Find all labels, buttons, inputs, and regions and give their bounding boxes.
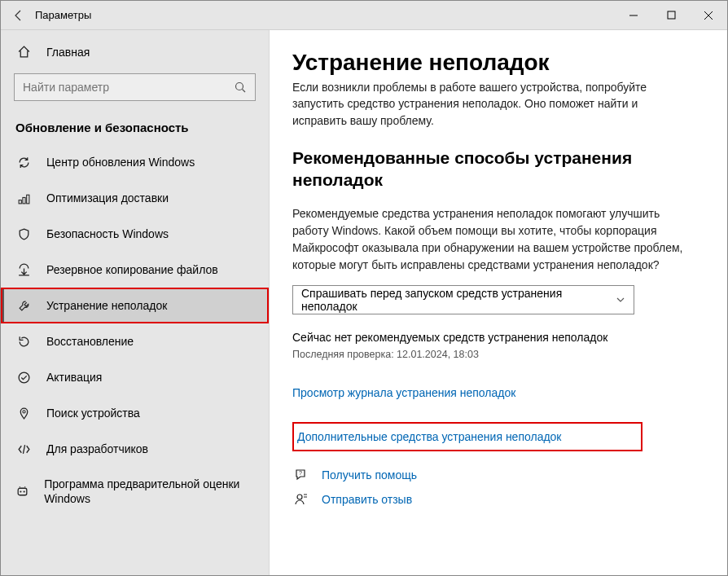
sidebar-item-label: Центр обновления Windows <box>32 155 195 169</box>
sync-icon <box>15 156 32 169</box>
sidebar-item-label: Резервное копирование файлов <box>32 262 218 277</box>
main-content: Устранение неполадок Если возникли пробл… <box>270 30 727 575</box>
history-link[interactable]: Просмотр журнала устранения неполадок <box>292 386 704 399</box>
sidebar-item-developers[interactable]: Для разработчиков <box>1 431 269 467</box>
search-input[interactable] <box>14 73 256 101</box>
home-label: Главная <box>32 46 90 59</box>
svg-line-3 <box>243 90 246 93</box>
svg-rect-4 <box>19 200 21 203</box>
dropdown-value: Спрашивать перед запуском средств устран… <box>301 287 616 313</box>
sidebar-item-label: Активация <box>32 370 102 385</box>
svg-text:?: ? <box>299 470 302 476</box>
page-title: Устранение неполадок <box>292 50 704 76</box>
svg-rect-1 <box>668 11 675 19</box>
check-circle-icon <box>15 371 32 385</box>
sidebar-item-label: Восстановление <box>32 334 134 349</box>
troubleshoot-preference-dropdown[interactable]: Спрашивать перед запуском средств устран… <box>292 285 634 314</box>
svg-point-13 <box>297 495 302 499</box>
shield-icon <box>15 227 32 241</box>
sidebar-item-backup[interactable]: Резервное копирование файлов <box>1 252 269 288</box>
sidebar-item-recovery[interactable]: Восстановление <box>1 323 269 359</box>
wrench-icon <box>15 299 32 313</box>
svg-point-7 <box>19 372 29 383</box>
close-button[interactable] <box>690 1 727 30</box>
feedback-label: Отправить отзыв <box>322 493 412 506</box>
sidebar-item-windows-security[interactable]: Безопасность Windows <box>1 216 269 252</box>
home-icon <box>15 45 32 59</box>
home-button[interactable]: Главная <box>1 37 269 67</box>
maximize-button[interactable] <box>652 1 690 30</box>
sidebar-group-title: Обновление и безопасность <box>1 114 269 144</box>
backup-icon <box>15 263 32 277</box>
delivery-icon <box>15 191 32 205</box>
svg-rect-9 <box>18 488 27 495</box>
help-label: Получить помощь <box>322 468 417 481</box>
status-text: Сейчас нет рекомендуемых средств устране… <box>292 331 704 344</box>
location-icon <box>15 407 32 420</box>
back-button[interactable] <box>7 9 30 22</box>
svg-point-11 <box>24 490 25 492</box>
intro-text: Если возникли проблемы в работе вашего у… <box>292 79 667 129</box>
window-title: Параметры <box>30 9 615 21</box>
sidebar-item-label: Для разработчиков <box>32 442 148 456</box>
search-icon <box>234 81 247 94</box>
sidebar-item-delivery-optimization[interactable]: Оптимизация доставки <box>1 180 269 216</box>
minimize-button[interactable] <box>615 1 652 30</box>
sidebar: Главная Обновление и безопасность Центр … <box>1 30 270 575</box>
sidebar-item-activation[interactable]: Активация <box>1 359 269 395</box>
sidebar-item-troubleshoot[interactable]: Устранение неполадок <box>1 288 269 323</box>
sidebar-item-label: Оптимизация доставки <box>32 191 169 205</box>
sidebar-item-label: Устранение неполадок <box>32 298 167 313</box>
sidebar-item-label: Программа предварительной оценки Windows <box>29 477 254 506</box>
svg-point-8 <box>22 410 24 412</box>
developer-icon <box>15 442 32 456</box>
additional-troubleshooters-link[interactable]: Дополнительные средства устранения непол… <box>292 422 642 451</box>
sidebar-item-windows-update[interactable]: Центр обновления Windows <box>1 144 269 180</box>
sidebar-item-label: Безопасность Windows <box>32 226 169 241</box>
recommended-heading: Рекомендованные способы устранения непол… <box>292 147 634 191</box>
feedback-icon <box>292 492 310 507</box>
recommended-description: Рекомендуемые средства устранения непола… <box>292 205 683 274</box>
sidebar-item-find-device[interactable]: Поиск устройства <box>1 395 269 431</box>
sidebar-item-label: Поиск устройства <box>32 406 140 420</box>
insider-icon <box>15 485 29 499</box>
svg-rect-5 <box>22 197 24 203</box>
chevron-down-icon <box>616 295 625 305</box>
last-check-text: Последняя проверка: 12.01.2024, 18:03 <box>292 349 704 360</box>
feedback-link[interactable]: Отправить отзыв <box>292 492 704 507</box>
sidebar-item-insider[interactable]: Программа предварительной оценки Windows <box>1 467 269 516</box>
svg-rect-6 <box>26 195 29 204</box>
recovery-icon <box>15 335 32 349</box>
get-help-link[interactable]: ? Получить помощь <box>292 468 704 482</box>
svg-point-10 <box>20 490 21 492</box>
svg-point-2 <box>236 83 243 90</box>
search-field[interactable] <box>23 81 234 94</box>
help-icon: ? <box>292 468 310 482</box>
